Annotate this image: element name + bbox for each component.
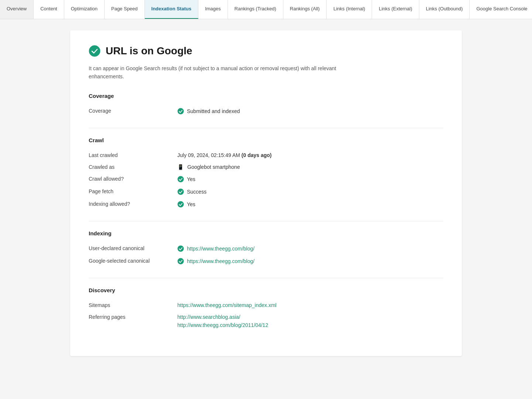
smartphone-icon: 📱 — [177, 164, 184, 170]
referring-links: http://www.searchblog.asia/http://www.th… — [177, 314, 268, 328]
crawl-rows: Last crawled July 09, 2024, 02:15:49 AM … — [89, 149, 443, 211]
crawl-value-smartphone: Googlebot smartphone — [187, 164, 240, 170]
coverage-text: Submitted and indexed — [187, 108, 240, 114]
indexing-value: https://www.theegg.com/blog/ — [177, 245, 443, 252]
discovery-link[interactable]: https://www.theegg.com/sitemap_index.xml — [177, 302, 276, 308]
tab-images[interactable]: Images — [198, 0, 228, 19]
divider-1 — [89, 128, 443, 128]
check-icon — [177, 201, 184, 208]
check-icon — [177, 245, 184, 252]
check-icon — [177, 258, 184, 265]
tab-rankings-all[interactable]: Rankings (All) — [283, 0, 327, 19]
coverage-value: Submitted and indexed — [177, 108, 443, 115]
tab-content[interactable]: Content — [34, 0, 64, 19]
indexing-link[interactable]: https://www.theegg.com/blog/ — [187, 246, 255, 252]
crawl-label: Crawled as — [89, 164, 170, 170]
indexing-label: Google-selected canonical — [89, 258, 170, 264]
discovery-label: Sitemaps — [89, 302, 170, 308]
tab-overview[interactable]: Overview — [0, 0, 34, 19]
coverage-row: Coverage Submitted and indexed — [89, 105, 443, 117]
crawl-label: Crawl allowed? — [89, 176, 170, 182]
svg-point-1 — [178, 108, 184, 114]
crawl-label: Page fetch — [89, 188, 170, 194]
crawl-value-text: July 09, 2024, 02:15:49 AM (0 days ago) — [177, 152, 272, 158]
discovery-rows: Sitemaps https://www.theegg.com/sitemap_… — [89, 299, 443, 331]
tab-optimization[interactable]: Optimization — [64, 0, 105, 19]
crawl-value: Yes — [177, 176, 443, 183]
referring-link[interactable]: http://www.theegg.com/blog/2011/04/12 — [177, 322, 268, 328]
title-row: URL is on Google — [89, 45, 443, 57]
svg-point-3 — [178, 188, 184, 195]
svg-point-0 — [89, 45, 100, 57]
subtitle: It can appear in Google Search results (… — [89, 64, 347, 81]
crawl-label: Last crawled — [89, 152, 170, 158]
coverage-label: Coverage — [89, 108, 170, 114]
crawl-value-check: Yes — [187, 201, 195, 207]
coverage-check-icon — [177, 108, 184, 115]
check-icon — [177, 176, 184, 183]
crawl-value-check: Yes — [187, 176, 195, 182]
crawl-row: Last crawled July 09, 2024, 02:15:49 AM … — [89, 149, 443, 161]
referring-link[interactable]: http://www.searchblog.asia/ — [177, 314, 268, 320]
indexing-rows: User-declared canonical https://www.thee… — [89, 242, 443, 267]
crawl-section-title: Crawl — [89, 137, 443, 143]
indexing-link[interactable]: https://www.theegg.com/blog/ — [187, 258, 255, 264]
indexation-card: URL is on Google It can appear in Google… — [70, 30, 462, 356]
svg-point-6 — [178, 258, 184, 264]
tab-links-external[interactable]: Links (External) — [372, 0, 419, 19]
coverage-section: Coverage Coverage Submitted and indexed — [89, 93, 443, 117]
crawl-row: Crawl allowed? Yes — [89, 173, 443, 185]
indexing-label: User-declared canonical — [89, 245, 170, 251]
svg-point-4 — [178, 201, 184, 207]
discovery-value: http://www.searchblog.asia/http://www.th… — [177, 314, 443, 328]
page-title: URL is on Google — [106, 45, 192, 57]
check-circle-icon — [89, 45, 100, 57]
tab-indexation-status[interactable]: Indexation Status — [145, 0, 198, 19]
divider-2 — [89, 221, 443, 221]
crawl-row: Page fetch Success — [89, 185, 443, 198]
tab-links-internal[interactable]: Links (Internal) — [327, 0, 372, 19]
discovery-section: Discovery Sitemaps https://www.theegg.co… — [89, 287, 443, 331]
crawl-label: Indexing allowed? — [89, 201, 170, 207]
crawl-value: July 09, 2024, 02:15:49 AM (0 days ago) — [177, 152, 443, 158]
tab-rankings-tracked[interactable]: Rankings (Tracked) — [228, 0, 283, 19]
main-content: URL is on Google It can appear in Google… — [63, 30, 469, 356]
tab-google-search-console[interactable]: Google Search Console — [470, 0, 532, 19]
svg-point-2 — [178, 176, 184, 182]
indexing-row: User-declared canonical https://www.thee… — [89, 242, 443, 255]
discovery-label: Referring pages — [89, 314, 170, 320]
crawl-row: Indexing allowed? Yes — [89, 198, 443, 211]
crawl-section: Crawl Last crawled July 09, 2024, 02:15:… — [89, 137, 443, 211]
indexing-row: Google-selected canonical https://www.th… — [89, 255, 443, 267]
indexing-section-title: Indexing — [89, 230, 443, 236]
discovery-row: Referring pages http://www.searchblog.as… — [89, 311, 443, 331]
discovery-section-title: Discovery — [89, 287, 443, 293]
navigation-tabs: OverviewContentOptimizationPage SpeedInd… — [0, 0, 532, 19]
check-icon — [177, 188, 184, 195]
coverage-section-title: Coverage — [89, 93, 443, 99]
crawl-row: Crawled as 📱Googlebot smartphone — [89, 161, 443, 173]
crawl-value: Success — [177, 188, 443, 195]
crawl-value-check: Success — [187, 189, 207, 195]
divider-3 — [89, 278, 443, 278]
svg-point-5 — [178, 245, 184, 252]
indexing-section: Indexing User-declared canonical https:/… — [89, 230, 443, 267]
crawl-value: Yes — [177, 201, 443, 208]
discovery-value: https://www.theegg.com/sitemap_index.xml — [177, 302, 443, 308]
tab-page-speed[interactable]: Page Speed — [105, 0, 145, 19]
tab-links-outbound[interactable]: Links (Outbound) — [419, 0, 470, 19]
crawl-value: 📱Googlebot smartphone — [177, 164, 443, 170]
indexing-value: https://www.theegg.com/blog/ — [177, 258, 443, 265]
discovery-row: Sitemaps https://www.theegg.com/sitemap_… — [89, 299, 443, 311]
